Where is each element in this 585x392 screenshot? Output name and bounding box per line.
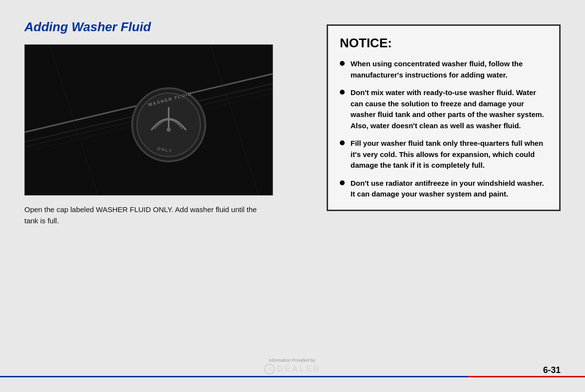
list-item: Don't mix water with ready-to-use washer… [340,87,547,131]
footer-line [0,376,585,377]
notice-item-text: When using concentrated washer fluid, fo… [351,59,547,80]
left-column: Adding Washer Fluid [24,20,307,353]
right-column: NOTICE: When using concentrated washer f… [327,20,561,353]
footer-center: Information Provided by: ⊙ DEALER [264,358,321,374]
footer-dealer-branding: ⊙ DEALER [264,364,321,374]
image-caption: Open the cap labeled WASHER FLUID ONLY. … [24,204,258,226]
washer-image-inner: WASHER FLUID ONLY [25,45,273,195]
list-item: Don't use radiator antifreeze in your wi… [340,178,547,200]
notice-box: NOTICE: When using concentrated washer f… [327,24,561,211]
notice-list: When using concentrated washer fluid, fo… [340,59,547,200]
footer-dealer-text: DEALER [277,365,321,373]
footer: Information Provided by: ⊙ DEALER 6-31 [0,363,585,392]
main-columns: Adding Washer Fluid [24,20,561,353]
page-title: Adding Washer Fluid [24,20,307,35]
list-item: When using concentrated washer fluid, fo… [340,59,547,80]
bullet-icon [340,61,345,66]
notice-title: NOTICE: [340,36,547,51]
footer-provided-text: Information Provided by: [269,358,316,363]
washer-svg: WASHER FLUID ONLY [25,44,273,196]
page-content: Adding Washer Fluid [0,0,585,392]
bullet-icon [340,90,345,95]
list-item: Fill your washer fluid tank only three-q… [340,138,547,171]
notice-item-text: Don't use radiator antifreeze in your wi… [351,178,547,200]
svg-point-8 [167,128,171,132]
notice-item-text: Don't mix water with ready-to-use washer… [351,87,547,131]
bullet-icon [340,140,345,145]
dealer-logo-icon: ⊙ [264,364,275,374]
washer-image: WASHER FLUID ONLY [24,44,273,196]
notice-item-text: Fill your washer fluid tank only three-q… [351,138,547,171]
page-number: 6-31 [543,365,561,375]
bullet-icon [340,180,345,185]
